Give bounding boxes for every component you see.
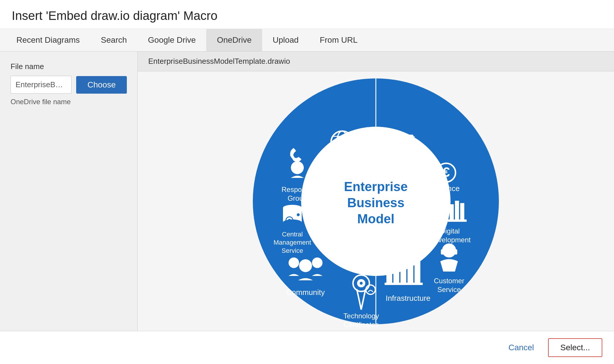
- tab-search[interactable]: Search: [90, 29, 137, 51]
- preview-filename: EnterpriseBusinessModelTemplate.drawio: [138, 51, 614, 71]
- svg-text:Finance: Finance: [433, 184, 460, 193]
- svg-text:Business: Business: [347, 195, 405, 210]
- cancel-button[interactable]: Cancel: [502, 339, 541, 356]
- svg-rect-29: [441, 249, 444, 255]
- tab-upload[interactable]: Upload: [262, 29, 309, 51]
- svg-rect-37: [415, 260, 420, 283]
- tabs-bar: Recent Diagrams Search Google Drive OneD…: [0, 29, 614, 51]
- tab-onedrive[interactable]: OneDrive: [206, 29, 262, 51]
- svg-rect-24: [460, 203, 464, 219]
- enterprise-diagram: Enterprise Business Model Global: [244, 71, 508, 331]
- svg-rect-35: [400, 262, 406, 283]
- svg-rect-36: [407, 258, 413, 283]
- tab-google-drive[interactable]: Google Drive: [137, 29, 206, 51]
- svg-rect-30: [454, 249, 457, 255]
- main-area: File name Choose OneDrive file name Ente…: [0, 51, 614, 331]
- svg-text:Partnerships: Partnerships: [323, 164, 362, 172]
- svg-text:Enterprise: Enterprise: [344, 179, 408, 194]
- svg-point-42: [360, 282, 363, 285]
- dialog: Insert 'Embed draw.io diagram' Macro Rec…: [0, 0, 614, 364]
- svg-rect-38: [385, 283, 423, 285]
- svg-text:Customer: Customer: [434, 277, 464, 285]
- svg-text:Response: Response: [282, 186, 313, 193]
- svg-rect-23: [455, 201, 459, 219]
- diagram-wrapper: Enterprise Business Model Global: [244, 71, 508, 331]
- svg-text:Technology: Technology: [343, 312, 379, 320]
- svg-text:Digital: Digital: [440, 227, 460, 235]
- select-button[interactable]: Select...: [548, 338, 602, 357]
- file-name-label: File name: [11, 62, 127, 71]
- tab-recent-diagrams[interactable]: Recent Diagrams: [6, 29, 90, 51]
- svg-rect-33: [386, 259, 392, 283]
- svg-point-28: [442, 243, 456, 257]
- svg-rect-25: [437, 219, 467, 222]
- left-panel: File name Choose OneDrive file name: [0, 51, 138, 331]
- svg-text:Community: Community: [286, 288, 325, 297]
- tab-from-url[interactable]: From URL: [309, 29, 368, 51]
- svg-text:Management: Management: [274, 239, 311, 246]
- svg-point-46: [299, 259, 312, 272]
- file-name-input[interactable]: [11, 76, 71, 94]
- svg-text:Service: Service: [437, 286, 461, 293]
- svg-text:€: €: [442, 164, 450, 180]
- preview-area: Enterprise Business Model Global: [138, 71, 614, 331]
- svg-text:Infrastructure: Infrastructure: [386, 294, 430, 303]
- choose-button[interactable]: Choose: [76, 76, 127, 94]
- svg-point-47: [312, 257, 323, 268]
- svg-rect-34: [393, 256, 399, 283]
- onedrive-hint: OneDrive file name: [11, 98, 127, 106]
- svg-text:Development: Development: [429, 236, 471, 244]
- svg-text:Awareness: Awareness: [392, 164, 427, 172]
- file-input-row: Choose: [11, 76, 127, 94]
- svg-point-53: [297, 213, 300, 216]
- svg-text:Central: Central: [282, 231, 303, 238]
- svg-rect-20: [439, 202, 443, 219]
- svg-rect-21: [444, 198, 448, 219]
- footer: Cancel Select...: [0, 331, 614, 364]
- svg-text:Global: Global: [332, 155, 352, 163]
- svg-text:Service: Service: [282, 247, 303, 254]
- svg-point-48: [289, 257, 299, 268]
- svg-text:♻: ♻: [401, 131, 419, 153]
- svg-rect-22: [450, 204, 454, 219]
- svg-text:Group: Group: [288, 194, 307, 202]
- svg-point-55: [288, 219, 291, 222]
- dialog-title: Insert 'Embed draw.io diagram' Macro: [0, 0, 614, 29]
- svg-point-59: [291, 161, 304, 174]
- svg-text:Certificates: Certificates: [344, 321, 379, 329]
- right-panel: EnterpriseBusinessModelTemplate.drawio E…: [138, 51, 614, 331]
- svg-text:Model: Model: [357, 212, 394, 226]
- svg-text:Environmental: Environmental: [387, 155, 432, 163]
